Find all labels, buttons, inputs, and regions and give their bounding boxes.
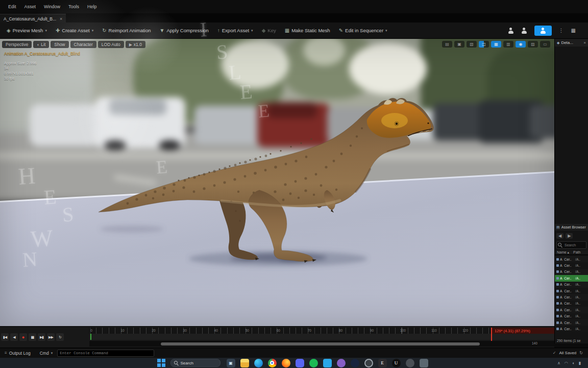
- asset-row[interactable]: A_Cer../A..: [555, 301, 588, 307]
- all-saved-label[interactable]: All Saved: [559, 351, 577, 355]
- asset-row[interactable]: A_Cer../A..: [555, 307, 588, 313]
- settings-icon[interactable]: [420, 359, 428, 367]
- asset-row[interactable]: A_Cer../A..: [555, 256, 588, 262]
- kebab-menu-icon[interactable]: ⋮: [559, 28, 564, 33]
- obs-icon[interactable]: [364, 359, 373, 367]
- asset-row[interactable]: A_Cer../A..: [555, 262, 588, 268]
- step-forward-button[interactable]: ▶▮: [38, 333, 45, 341]
- menu-edit[interactable]: Edit: [4, 3, 20, 10]
- vscode-icon[interactable]: [323, 359, 332, 367]
- export-asset-button[interactable]: ↑Export Asset▾: [214, 26, 257, 35]
- asset-search-box[interactable]: [556, 241, 586, 249]
- viewport-settings-icon[interactable]: ▨: [528, 41, 538, 48]
- layout-grid-icon[interactable]: ▦: [571, 28, 576, 33]
- close-icon[interactable]: ×: [583, 40, 586, 45]
- viewport-extra-icon[interactable]: ▭: [540, 41, 550, 48]
- asset-row[interactable]: A_Cer../A..: [555, 288, 588, 294]
- visual-studio-icon[interactable]: [337, 359, 346, 367]
- skip-to-start-button[interactable]: ▮◀: [1, 333, 9, 341]
- asset-row[interactable]: A_Cer../A..: [555, 294, 588, 300]
- show-menu[interactable]: Show: [51, 41, 68, 48]
- make-static-mesh-button[interactable]: ▦Make Static Mesh: [281, 26, 334, 35]
- column-path[interactable]: Path: [573, 250, 588, 255]
- epic-games-icon[interactable]: E: [378, 359, 387, 367]
- play-reverse-button[interactable]: ◀: [10, 333, 18, 341]
- viewport-camera-icon[interactable]: ▧: [467, 41, 477, 48]
- menu-help[interactable]: Help: [83, 3, 101, 10]
- asset-list-columns[interactable]: Name ▴ Path: [555, 250, 588, 255]
- preview-character-icon[interactable]: [508, 28, 514, 34]
- asset-row[interactable]: A_Cer../A..: [555, 326, 588, 332]
- pause-button[interactable]: ▮▮: [29, 333, 36, 341]
- viewport-screenshot-icon[interactable]: ◉: [516, 41, 526, 48]
- dinosaur-model[interactable]: [0, 39, 554, 326]
- lit-mode-select[interactable]: ◐Lit: [33, 41, 49, 48]
- animation-asset-icon: [556, 321, 559, 324]
- create-asset-button[interactable]: ✚Create Asset▾: [52, 26, 97, 35]
- menu-window[interactable]: Window: [40, 3, 64, 10]
- asset-row[interactable]: A_Cer../A..: [555, 282, 588, 288]
- cmd-dropdown[interactable]: Cmd ▾: [35, 351, 57, 356]
- skip-to-end-button[interactable]: ▶▶: [47, 333, 55, 341]
- viewport-3d[interactable]: Perspective◐LitShowCharacterLOD Auto▶x1.…: [0, 39, 554, 326]
- volume-icon[interactable]: ◖: [572, 361, 575, 365]
- column-name[interactable]: Name ▴: [555, 250, 573, 255]
- timeline-scrollbar[interactable]: [89, 341, 554, 347]
- forward-arrow-icon[interactable]: ▶: [566, 233, 573, 239]
- close-icon[interactable]: ×: [60, 16, 62, 21]
- key-button[interactable]: ◆Key: [258, 26, 280, 35]
- character-menu[interactable]: Character: [70, 41, 96, 48]
- asset-row[interactable]: A_Cer../A..: [555, 269, 588, 275]
- taskbar-search[interactable]: Search: [170, 359, 220, 367]
- asset-row[interactable]: A_Cer../A..: [555, 313, 588, 319]
- edit-in-sequencer-button[interactable]: ✎Edit in Sequencer▾: [335, 26, 391, 35]
- animation-character-icon[interactable]: [521, 28, 527, 34]
- asset-tab[interactable]: A_Ceratosaurus_Adult_B... ×: [0, 14, 66, 23]
- viewport-bone-toggle-icon[interactable]: ◫: [479, 41, 489, 48]
- chrome-icon[interactable]: [268, 359, 277, 367]
- discord-icon[interactable]: [296, 359, 304, 367]
- menu-asset[interactable]: Asset: [20, 3, 40, 10]
- spotify-icon[interactable]: [309, 359, 318, 367]
- viewport-grid-icon[interactable]: ▥: [503, 41, 513, 48]
- menu-tools[interactable]: Tools: [64, 3, 83, 10]
- back-arrow-icon[interactable]: ◀: [556, 233, 564, 239]
- task-view-icon[interactable]: ▣: [227, 359, 235, 367]
- timeline-track[interactable]: [89, 334, 554, 340]
- unreal-engine-icon[interactable]: U: [392, 359, 401, 367]
- playback-speed[interactable]: ▶x1.0: [126, 41, 145, 48]
- perspective-select[interactable]: Perspective: [2, 41, 32, 48]
- edge-icon[interactable]: [254, 359, 263, 367]
- apply-compression-button[interactable]: ▼Apply Compression: [156, 26, 212, 35]
- battery-icon[interactable]: ▮: [579, 361, 581, 365]
- asset-row[interactable]: A_Cer../A..: [555, 319, 588, 326]
- file-explorer-icon[interactable]: [240, 359, 249, 367]
- steam-icon[interactable]: [351, 359, 359, 367]
- network-icon[interactable]: ◠: [565, 361, 568, 365]
- viewport-maximize-icon[interactable]: ▣: [454, 41, 464, 48]
- viewport-mesh-toggle-icon[interactable]: ▦: [491, 41, 501, 48]
- asset-path: /A..: [575, 314, 588, 318]
- start-button[interactable]: [157, 359, 165, 367]
- viewport-layout-icon[interactable]: ▤: [442, 41, 452, 48]
- playhead[interactable]: [491, 328, 492, 341]
- timeline-ruler[interactable]: 0102030405060708090100110120130140: [89, 328, 554, 334]
- asset-browser-header[interactable]: ▤ Asset Browser: [555, 224, 588, 231]
- asset-search-input[interactable]: [564, 243, 585, 247]
- preview-mesh-button[interactable]: ◈Preview Mesh▾: [3, 26, 51, 35]
- source-control-icon[interactable]: ↻: [579, 351, 583, 355]
- timeline-frame-tick: 10: [120, 329, 124, 332]
- record-button[interactable]: ●: [19, 333, 27, 341]
- reimport-animation-button[interactable]: ↻Reimport Animation: [99, 26, 154, 35]
- loop-button[interactable]: ↻: [56, 333, 64, 341]
- scrollbar-thumb[interactable]: [161, 342, 480, 346]
- details-panel-header[interactable]: ◆ Deta... ×: [555, 39, 588, 47]
- asset-row[interactable]: A_Cer../A..: [555, 275, 588, 281]
- character-mode-button[interactable]: [534, 26, 552, 36]
- lod-select[interactable]: LOD Auto: [98, 41, 124, 48]
- console-command-input[interactable]: [57, 350, 154, 357]
- github-desktop-icon[interactable]: [406, 359, 414, 367]
- chevron-up-icon[interactable]: ∧: [557, 361, 560, 365]
- firefox-icon[interactable]: [282, 359, 290, 367]
- output-log-button[interactable]: ≡ Output Log: [0, 351, 35, 356]
